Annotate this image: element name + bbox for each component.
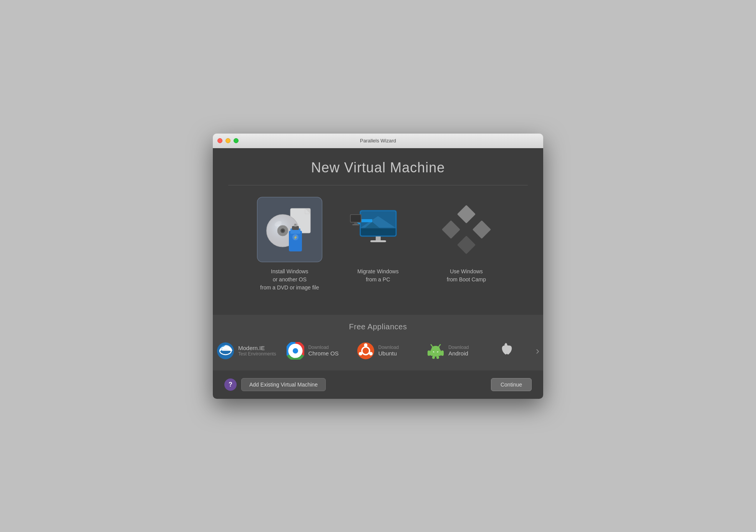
install-option[interactable]: ⚡ Install Windowsor another OSfrom a DVD…: [251, 197, 328, 292]
android-name: Android: [448, 350, 469, 357]
main-window: Parallels Wizard New Virtual Machine: [213, 134, 543, 399]
ie-sub: Test Environments: [238, 351, 276, 357]
svg-rect-29: [370, 240, 386, 242]
divider: [228, 185, 528, 185]
close-button[interactable]: [217, 138, 222, 143]
chrome-sub: Download: [308, 345, 338, 350]
free-appliances-section: Free Appliances Modern.IE Test Environme…: [213, 315, 543, 370]
ubuntu-text: Download Ubuntu: [378, 345, 399, 357]
ie-text: Modern.IE Test Environments: [238, 345, 276, 357]
android-sub: Download: [448, 345, 469, 350]
svg-point-48: [359, 352, 362, 355]
svg-rect-32: [351, 215, 361, 222]
svg-rect-58: [428, 350, 430, 356]
ubuntu-icon: [357, 342, 375, 360]
appliance-modern-ie[interactable]: Modern.IE Test Environments: [213, 339, 283, 363]
chrome-text: Download Chrome OS: [308, 345, 338, 357]
ie-icon: [217, 342, 234, 360]
svg-rect-60: [432, 356, 435, 359]
svg-rect-26: [361, 228, 396, 236]
svg-rect-59: [441, 350, 444, 356]
install-icon: ⚡: [263, 205, 317, 254]
svg-point-47: [369, 352, 373, 355]
ubuntu-name: Ubuntu: [378, 350, 399, 357]
main-content: New Virtual Machine: [213, 148, 543, 315]
svg-point-57: [431, 346, 440, 352]
android-icon: [427, 342, 444, 360]
maximize-button[interactable]: [234, 138, 239, 143]
chrome-icon: [287, 342, 304, 360]
install-label: Install Windowsor another OSfrom a DVD o…: [260, 268, 319, 292]
apple-icon: [497, 342, 515, 360]
window-title: Parallels Wizard: [360, 138, 396, 144]
ie-name: Modern.IE: [238, 345, 276, 351]
svg-point-9: [282, 230, 284, 232]
appliances-title: Free Appliances: [213, 322, 543, 331]
android-text: Download Android: [448, 345, 469, 357]
svg-rect-11: [289, 231, 302, 251]
svg-point-56: [440, 344, 441, 345]
migrate-option[interactable]: Migrate Windowsfrom a PC: [340, 197, 416, 292]
next-appliances-arrow[interactable]: ›: [532, 345, 543, 357]
ubuntu-sub: Download: [378, 345, 399, 350]
migrate-icon: [349, 205, 407, 254]
appliances-row: Modern.IE Test Environments: [213, 339, 543, 363]
page-title: New Virtual Machine: [228, 160, 528, 176]
continue-button[interactable]: Continue: [491, 378, 532, 391]
traffic-lights: [217, 138, 239, 143]
footer-left: ? Add Existing Virtual Machine: [224, 378, 326, 391]
svg-text:⚡: ⚡: [293, 235, 298, 240]
bootcamp-label: Use Windowsfrom Boot Camp: [447, 268, 486, 284]
appliance-ubuntu[interactable]: Download Ubuntu: [353, 339, 423, 363]
install-icon-wrapper: ⚡: [257, 197, 322, 262]
migrate-label: Migrate Windowsfrom a PC: [357, 268, 398, 284]
appliance-chrome-os[interactable]: Download Chrome OS: [283, 339, 353, 363]
bootcamp-icon-wrapper: [434, 197, 499, 262]
footer: ? Add Existing Virtual Machine Continue: [213, 370, 543, 399]
svg-rect-35: [457, 205, 476, 223]
bootcamp-icon: [441, 205, 491, 254]
svg-point-46: [364, 343, 367, 347]
svg-rect-34: [352, 224, 359, 225]
help-button[interactable]: ?: [224, 378, 237, 391]
svg-point-43: [293, 348, 298, 354]
svg-rect-15: [293, 225, 297, 226]
appliance-apple[interactable]: [493, 339, 532, 363]
appliance-android[interactable]: Download Android: [423, 339, 493, 363]
svg-rect-38: [457, 235, 476, 254]
svg-rect-61: [436, 356, 439, 359]
svg-rect-37: [472, 220, 491, 238]
bootcamp-option[interactable]: Use Windowsfrom Boot Camp: [428, 197, 505, 292]
main-options: ⚡ Install Windowsor another OSfrom a DVD…: [228, 197, 528, 292]
minimize-button[interactable]: [225, 138, 230, 143]
migrate-icon-wrapper: [345, 197, 411, 262]
svg-rect-36: [442, 220, 460, 238]
add-existing-vm-button[interactable]: Add Existing Virtual Machine: [241, 378, 326, 391]
title-bar: Parallels Wizard: [213, 134, 543, 148]
svg-point-54: [431, 344, 432, 345]
chrome-name: Chrome OS: [308, 350, 338, 357]
